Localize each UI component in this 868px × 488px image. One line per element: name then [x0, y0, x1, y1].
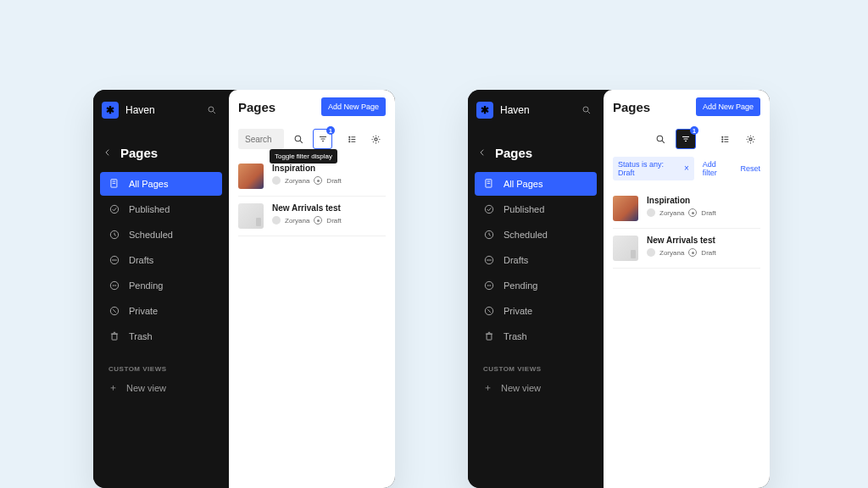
page-title: Pages: [613, 100, 650, 114]
filter-toggle-button[interactable]: 1: [313, 129, 332, 149]
page-title: Pages: [238, 100, 275, 114]
brand-name: Haven: [500, 104, 530, 116]
page-thumbnail: [238, 203, 264, 229]
svg-point-55: [721, 138, 722, 139]
settings-icon[interactable]: [740, 129, 760, 149]
filter-tooltip: Toggle filter display: [270, 149, 337, 164]
page-thumbnail: [613, 236, 638, 261]
sidebar-item-scheduled[interactable]: Scheduled: [100, 223, 222, 247]
svg-point-40: [487, 286, 488, 286]
lock-icon: [483, 305, 495, 317]
sidebar-item-label: Scheduled: [504, 230, 548, 240]
back-icon[interactable]: [103, 147, 112, 159]
search-icon-button[interactable]: [650, 129, 670, 149]
add-new-page-button[interactable]: Add New Page: [696, 97, 760, 116]
custom-views-header: CUSTOM VIEWS: [93, 350, 229, 378]
svg-point-53: [721, 136, 722, 137]
page-row[interactable]: Inspiration Zoryana Draft: [613, 189, 760, 229]
settings-icon[interactable]: [367, 129, 386, 149]
filter-chip[interactable]: Status is any: Draft ×: [613, 157, 694, 180]
trash-icon: [108, 330, 120, 342]
toolbar: 1 Toggle filter display: [229, 124, 395, 157]
reset-filter-link[interactable]: Reset: [740, 164, 760, 173]
pending-icon: [483, 280, 495, 291]
view-options-icon[interactable]: [342, 129, 361, 149]
sidebar-list: All Pages Published Scheduled Drafts Pen…: [93, 169, 229, 350]
sidebar-item-label: Trash: [129, 331, 153, 341]
svg-line-1: [214, 112, 216, 114]
content-panel: Pages Add New Page 1 Status is any: Draf…: [604, 90, 770, 488]
draft-icon: [483, 254, 495, 266]
sidebar-item-published[interactable]: Published: [100, 197, 222, 221]
sidebar-item-published[interactable]: Published: [475, 197, 597, 221]
page-item-title: New Arrivals test: [647, 236, 716, 245]
add-filter-link[interactable]: Add filter: [703, 160, 732, 177]
device-right: ✱ Haven Pages All Pages Published Sc: [468, 90, 770, 488]
svg-point-42: [490, 286, 491, 286]
svg-point-41: [489, 286, 490, 286]
page-status: Draft: [701, 209, 715, 217]
new-view-button[interactable]: ＋ New view: [93, 378, 229, 397]
sidebar-item-trash[interactable]: Trash: [475, 324, 597, 348]
page-item-title: New Arrivals test: [272, 203, 342, 213]
view-options-icon[interactable]: [715, 129, 735, 149]
lock-icon: [108, 305, 120, 317]
brand-logo[interactable]: ✱: [476, 102, 493, 119]
sidebar-item-label: Published: [504, 204, 544, 214]
page-list: Inspiration Zoryana Draft New Arrivals t…: [229, 157, 395, 236]
page-author: Zoryana: [285, 177, 309, 185]
sidebar: ✱ Haven Pages All Pages Published Sc: [468, 90, 604, 488]
status-icon: [688, 248, 697, 257]
sidebar-item-private[interactable]: Private: [475, 299, 597, 323]
sidebar-item-all-pages[interactable]: All Pages: [475, 172, 597, 196]
svg-point-5: [110, 205, 118, 213]
sidebar-title: Pages: [120, 146, 158, 160]
sidebar-header: Pages: [468, 124, 604, 169]
sidebar-item-drafts[interactable]: Drafts: [100, 248, 222, 272]
page-row[interactable]: New Arrivals test Zoryana Draft: [613, 229, 760, 269]
content-panel: Pages Add New Page 1 Toggle filter displ…: [229, 90, 395, 488]
svg-line-14: [113, 309, 116, 313]
svg-line-19: [300, 141, 303, 143]
sidebar-item-pending[interactable]: Pending: [100, 274, 222, 297]
svg-line-44: [487, 309, 491, 313]
svg-line-31: [588, 112, 591, 114]
brand-logo[interactable]: ✱: [102, 102, 119, 119]
status-icon: [314, 176, 322, 185]
remove-filter-icon[interactable]: ×: [684, 164, 689, 173]
draft-icon: [108, 254, 120, 266]
brand-name: Haven: [125, 104, 155, 116]
svg-point-12: [115, 286, 116, 286]
sidebar-item-pending[interactable]: Pending: [475, 274, 597, 297]
add-new-page-button[interactable]: Add New Page: [321, 97, 386, 116]
custom-views-header: CUSTOM VIEWS: [468, 350, 604, 378]
sidebar-item-label: Pending: [504, 280, 537, 291]
page-author: Zoryana: [659, 249, 684, 257]
page-status: Draft: [701, 249, 715, 257]
search-input[interactable]: [613, 129, 645, 149]
pages-icon: [108, 178, 120, 190]
page-list: Inspiration Zoryana Draft New Arrivals t…: [604, 189, 770, 269]
sidebar-item-all-pages[interactable]: All Pages: [100, 172, 222, 196]
search-icon-button[interactable]: [289, 129, 308, 149]
check-circle-icon: [483, 203, 495, 215]
avatar-icon: [272, 216, 281, 225]
sidebar-item-label: Published: [129, 204, 170, 214]
sidebar-item-trash[interactable]: Trash: [100, 324, 222, 348]
sidebar-item-drafts[interactable]: Drafts: [475, 248, 597, 272]
svg-line-49: [662, 141, 665, 143]
new-view-button[interactable]: ＋ New view: [468, 378, 604, 397]
svg-rect-15: [112, 334, 117, 340]
filter-toggle-button[interactable]: 1: [676, 129, 696, 149]
global-search-icon[interactable]: [578, 102, 595, 119]
sidebar-item-scheduled[interactable]: Scheduled: [475, 223, 597, 247]
page-row[interactable]: New Arrivals test Zoryana Draft: [238, 197, 386, 236]
sidebar-list: All Pages Published Scheduled Drafts Pen…: [468, 169, 604, 350]
global-search-icon[interactable]: [203, 102, 220, 119]
pages-icon: [483, 178, 495, 190]
svg-point-30: [583, 107, 588, 112]
content-header: Pages Add New Page: [229, 90, 395, 124]
sidebar-item-private[interactable]: Private: [100, 299, 222, 323]
back-icon[interactable]: [478, 147, 487, 159]
search-input[interactable]: [238, 129, 284, 149]
